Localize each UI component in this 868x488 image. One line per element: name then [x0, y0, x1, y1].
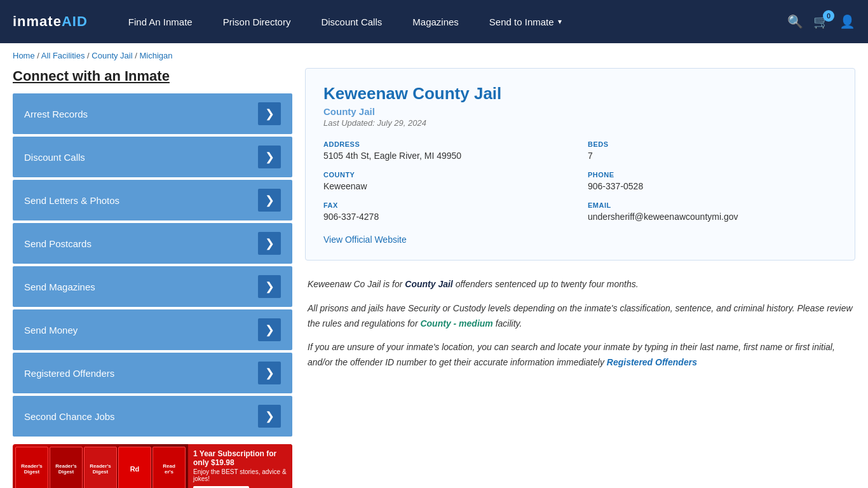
site-logo[interactable]: inmateAID	[13, 13, 88, 30]
address-block: ADDRESS 5105 4th St, Eagle River, MI 499…	[323, 140, 573, 161]
county-label: COUNTY	[323, 171, 573, 179]
sidebar-btn-discount-calls[interactable]: Discount Calls ❯	[13, 137, 292, 177]
main-content: Keweenaw County Jail County Jail Last Up…	[305, 68, 855, 488]
sidebar-label-second-chance-jobs: Second Chance Jobs	[24, 411, 115, 422]
arrow-icon: ❯	[258, 146, 281, 168]
facility-description: Keweenaw Co Jail is for County Jail offe…	[305, 271, 855, 386]
user-button[interactable]: 👤	[839, 14, 855, 29]
beds-block: BEDS 7	[588, 140, 837, 161]
address-label: ADDRESS	[323, 140, 573, 148]
facility-last-updated: Last Updated: July 29, 2024	[323, 118, 837, 128]
phone-block: PHONE 906-337-0528	[588, 171, 837, 191]
arrow-icon: ❯	[258, 102, 281, 125]
facility-type: County Jail	[323, 106, 837, 117]
arrow-icon: ❯	[258, 232, 281, 255]
description-p2: All prisons and jails have Security or C…	[308, 301, 853, 332]
sidebar: Connect with an Inmate Arrest Records ❯ …	[13, 68, 292, 488]
beds-value: 7	[588, 151, 837, 161]
sidebar-btn-send-magazines[interactable]: Send Magazines ❯	[13, 266, 292, 307]
address-value: 5105 4th St, Eagle River, MI 49950	[323, 151, 573, 161]
county-jail-link[interactable]: County Jail	[405, 279, 452, 289]
nav-magazines[interactable]: Magazines	[397, 0, 474, 43]
logo-text: inmateAID	[13, 13, 88, 29]
sidebar-label-send-letters-photos: Send Letters & Photos	[24, 195, 119, 206]
registered-offenders-link[interactable]: Registered Offenders	[607, 357, 697, 367]
ad-covers: Reader'sDigest Reader'sDigest Reader'sDi…	[13, 444, 188, 488]
sidebar-btn-arrest-records[interactable]: Arrest Records ❯	[13, 93, 292, 134]
nav-send-to-inmate[interactable]: Send to Inmate	[474, 0, 577, 43]
county-medium-link[interactable]: County - medium	[420, 318, 492, 329]
facility-website: View Official Website	[323, 234, 837, 245]
ad-subscribe-button[interactable]: Subscribe Now	[193, 486, 249, 489]
nav-discount-calls[interactable]: Discount Calls	[306, 0, 397, 43]
sidebar-label-send-postcards: Send Postcards	[24, 238, 92, 249]
ad-text-block: 1 Year Subscription for only $19.98 Enjo…	[188, 444, 292, 488]
breadcrumb: Home / All Facilities / County Jail / Mi…	[0, 43, 868, 68]
arrow-icon: ❯	[258, 362, 281, 384]
sidebar-title: Connect with an Inmate	[13, 68, 292, 85]
fax-label: FAX	[323, 201, 573, 209]
description-p1: Keweenaw Co Jail is for County Jail offe…	[308, 277, 853, 292]
arrow-icon: ❯	[258, 318, 281, 341]
email-value: undersheriff@keweenawcountymi.gov	[588, 212, 837, 222]
sidebar-btn-registered-offenders[interactable]: Registered Offenders ❯	[13, 353, 292, 393]
ad-cover-main: Rd	[118, 447, 151, 488]
arrow-icon: ❯	[258, 189, 281, 212]
sidebar-btn-send-postcards[interactable]: Send Postcards ❯	[13, 223, 292, 264]
arrow-icon: ❯	[258, 275, 281, 298]
facility-details: ADDRESS 5105 4th St, Eagle River, MI 499…	[323, 140, 837, 222]
breadcrumb-home[interactable]: Home	[13, 51, 35, 60]
sidebar-label-send-magazines: Send Magazines	[24, 281, 95, 292]
fax-value: 906-337-4278	[323, 212, 573, 222]
phone-value: 906-337-0528	[588, 181, 837, 191]
cart-count: 0	[823, 10, 834, 22]
sidebar-btn-send-letters-photos[interactable]: Send Letters & Photos ❯	[13, 180, 292, 220]
ad-cover-1: Reader'sDigest	[15, 447, 48, 488]
nav-icons: 🔍 🛒 0 👤	[787, 14, 855, 29]
advertisement-banner[interactable]: Reader'sDigest Reader'sDigest Reader'sDi…	[13, 444, 292, 488]
sidebar-label-send-money: Send Money	[24, 325, 78, 336]
description-p3: If you are unsure of your inmate's locat…	[308, 340, 853, 370]
sidebar-label-registered-offenders: Registered Offenders	[24, 368, 114, 379]
arrow-icon: ❯	[258, 405, 281, 428]
beds-label: BEDS	[588, 140, 837, 148]
user-icon: 👤	[839, 14, 855, 29]
county-value: Keweenaw	[323, 181, 573, 191]
view-official-website-link[interactable]: View Official Website	[323, 234, 407, 245]
ad-subtitle: Enjoy the BEST stories, advice & jokes!	[193, 468, 287, 482]
search-icon: 🔍	[787, 14, 803, 29]
breadcrumb-all-facilities[interactable]: All Facilities	[41, 51, 85, 60]
fax-block: FAX 906-337-4278	[323, 201, 573, 222]
county-block: COUNTY Keweenaw	[323, 171, 573, 191]
breadcrumb-michigan[interactable]: Michigan	[139, 51, 172, 60]
breadcrumb-county-jail[interactable]: County Jail	[92, 51, 132, 60]
sidebar-btn-second-chance-jobs[interactable]: Second Chance Jobs ❯	[13, 396, 292, 437]
email-label: EMAIL	[588, 201, 837, 209]
sidebar-label-discount-calls: Discount Calls	[24, 152, 85, 163]
ad-title: 1 Year Subscription for only $19.98	[193, 449, 287, 467]
search-button[interactable]: 🔍	[787, 14, 803, 29]
nav-find-inmate[interactable]: Find An Inmate	[113, 0, 208, 43]
nav-links: Find An Inmate Prison Directory Discount…	[113, 0, 787, 43]
ad-cover-3: Reader'sDigest	[84, 447, 117, 488]
nav-prison-directory[interactable]: Prison Directory	[208, 0, 306, 43]
phone-label: PHONE	[588, 171, 837, 179]
ad-cover-5: Reader's	[153, 447, 186, 488]
email-block: EMAIL undersheriff@keweenawcountymi.gov	[588, 201, 837, 222]
sidebar-btn-send-money[interactable]: Send Money ❯	[13, 309, 292, 350]
main-container: Connect with an Inmate Arrest Records ❯ …	[0, 68, 868, 488]
main-nav: inmateAID Find An Inmate Prison Director…	[0, 0, 868, 43]
sidebar-label-arrest-records: Arrest Records	[24, 109, 88, 119]
facility-card: Keweenaw County Jail County Jail Last Up…	[305, 68, 855, 261]
ad-cover-2: Reader'sDigest	[50, 447, 83, 488]
cart-button[interactable]: 🛒 0	[813, 14, 829, 29]
facility-name: Keweenaw County Jail	[323, 84, 837, 104]
